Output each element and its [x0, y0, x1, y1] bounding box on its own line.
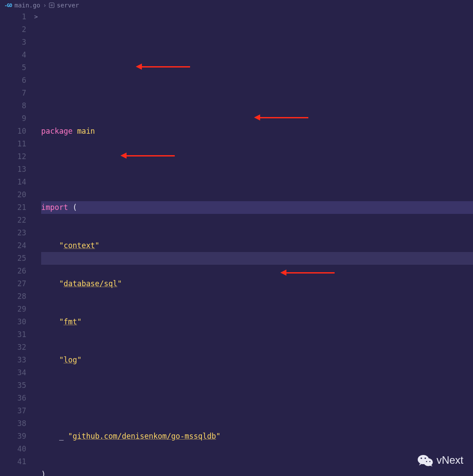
watermark: vNext: [417, 452, 463, 468]
annotation-arrow: [136, 64, 190, 70]
code-content[interactable]: package main import ( "context" "databas…: [41, 11, 473, 476]
watermark-text: vNext: [437, 454, 463, 466]
fold-gutter[interactable]: >: [34, 11, 41, 476]
line-number-gutter: 123 456 789 101112 131420 212223 242526 …: [0, 11, 34, 476]
code-editor[interactable]: 123 456 789 101112 131420 212223 242526 …: [0, 11, 473, 476]
annotation-arrow: [254, 114, 308, 121]
symbol-variable-icon: ≡: [49, 3, 54, 8]
breadcrumb-file[interactable]: main.go: [14, 2, 40, 9]
annotation-arrow: [120, 153, 175, 159]
svg-point-3: [424, 458, 426, 459]
wechat-icon: [417, 452, 433, 468]
svg-point-4: [426, 461, 427, 462]
go-file-icon: -GO: [4, 3, 12, 8]
svg-point-2: [420, 458, 422, 459]
current-line: [41, 252, 473, 265]
fold-chevron-icon[interactable]: >: [34, 11, 41, 23]
breadcrumb[interactable]: -GO main.go › ≡ server: [0, 0, 473, 11]
annotation-arrow: [280, 270, 335, 276]
svg-point-5: [429, 461, 431, 462]
chevron-right-icon: ›: [43, 2, 46, 9]
svg-point-1: [424, 458, 433, 466]
breadcrumb-symbol[interactable]: server: [57, 2, 79, 9]
